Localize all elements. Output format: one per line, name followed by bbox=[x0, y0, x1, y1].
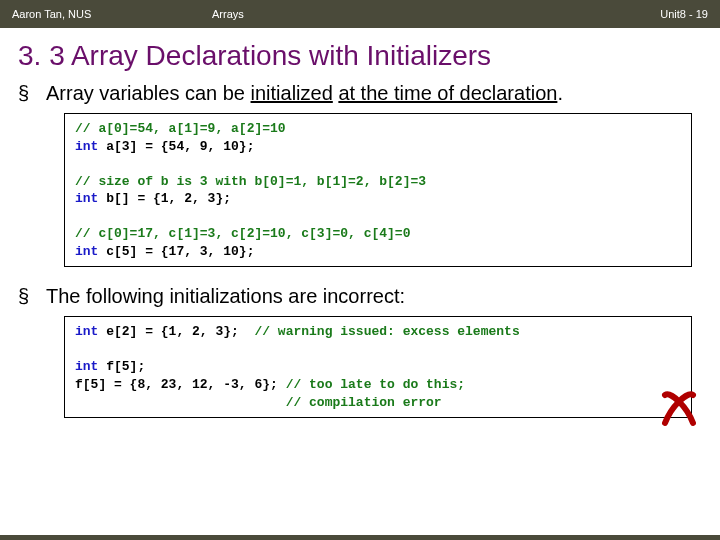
code-keyword: int bbox=[75, 324, 98, 339]
slide-title: 3. 3 Array Declarations with Initializer… bbox=[0, 28, 720, 80]
code-text: b[] = {1, 2, 3}; bbox=[98, 191, 231, 206]
author-label: Aaron Tan, NUS bbox=[12, 8, 212, 20]
code-keyword: int bbox=[75, 139, 98, 154]
code-block: // a[0]=54, a[1]=9, a[2]=10 int a[3] = {… bbox=[65, 114, 691, 266]
code-comment: // a[0]=54, a[1]=9, a[2]=10 bbox=[75, 121, 286, 136]
code-box-correct: // a[0]=54, a[1]=9, a[2]=10 int a[3] = {… bbox=[64, 113, 692, 267]
code-text: c[5] = {17, 3, 10}; bbox=[98, 244, 254, 259]
text-underline: at the time of declaration bbox=[338, 82, 557, 104]
text-underline: initialized bbox=[251, 82, 333, 104]
text-fragment: . bbox=[557, 82, 563, 104]
code-text bbox=[75, 395, 286, 410]
code-keyword: int bbox=[75, 244, 98, 259]
code-comment: // size of b is 3 with b[0]=1, b[1]=2, b… bbox=[75, 174, 426, 189]
slide-header: Aaron Tan, NUS Arrays Unit8 - 19 bbox=[0, 0, 720, 28]
code-block: int e[2] = {1, 2, 3}; // warning issued:… bbox=[65, 317, 691, 417]
slide-content: § Array variables can be initialized at … bbox=[0, 80, 720, 418]
code-comment: // c[0]=17, c[1]=3, c[2]=10, c[3]=0, c[4… bbox=[75, 226, 410, 241]
code-comment: // too late to do this; bbox=[286, 377, 465, 392]
code-box-incorrect: int e[2] = {1, 2, 3}; // warning issued:… bbox=[64, 316, 692, 418]
bullet-item-1: § Array variables can be initialized at … bbox=[18, 80, 702, 107]
unit-label: Unit8 - 19 bbox=[660, 8, 708, 20]
cross-icon bbox=[659, 389, 699, 429]
code-comment: // compilation error bbox=[286, 395, 442, 410]
bullet-text: Array variables can be initialized at th… bbox=[46, 80, 702, 107]
code-text: f[5] = {8, 23, 12, -3, 6}; bbox=[75, 377, 286, 392]
code-keyword: int bbox=[75, 191, 98, 206]
text-fragment: Array variables can be bbox=[46, 82, 251, 104]
bullet-item-2: § The following initializations are inco… bbox=[18, 283, 702, 310]
bullet-marker: § bbox=[18, 283, 46, 309]
code-text: a[3] = {54, 9, 10}; bbox=[98, 139, 254, 154]
bullet-marker: § bbox=[18, 80, 46, 106]
code-text: e[2] = {1, 2, 3}; bbox=[98, 324, 254, 339]
code-keyword: int bbox=[75, 359, 98, 374]
subject-label: Arrays bbox=[212, 8, 660, 20]
code-comment: // warning issued: excess elements bbox=[254, 324, 519, 339]
bullet-text: The following initializations are incorr… bbox=[46, 283, 702, 310]
code-text: f[5]; bbox=[98, 359, 145, 374]
